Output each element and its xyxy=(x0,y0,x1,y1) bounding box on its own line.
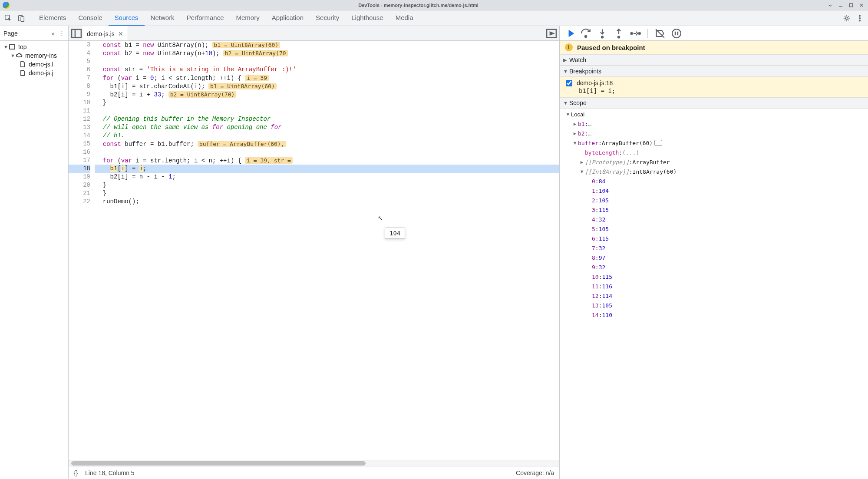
array-entry[interactable]: 2: 105 xyxy=(560,195,868,205)
navigator-sidebar: Page » ⋮ ▼ top ▼ memory-ins demo-js.l de… xyxy=(0,26,69,479)
code-line[interactable]: b1[i] = i; xyxy=(95,165,559,173)
step-icon[interactable] xyxy=(629,27,641,40)
more-tabs-icon[interactable]: » xyxy=(51,30,55,37)
tree-frame-top[interactable]: ▼ top xyxy=(0,43,68,51)
tab-memory[interactable]: Memory xyxy=(230,10,266,26)
code-line[interactable] xyxy=(95,148,559,156)
tab-network[interactable]: Network xyxy=(145,10,181,26)
scope-var-b1[interactable]: ▶b1: … xyxy=(560,119,868,129)
tab-media[interactable]: Media xyxy=(389,10,419,26)
scope-section-header[interactable]: ▼ Scope xyxy=(560,97,868,109)
pretty-print-icon[interactable]: {} xyxy=(74,469,85,476)
code-line[interactable]: // b1. xyxy=(95,132,559,140)
tab-application[interactable]: Application xyxy=(266,10,310,26)
breakpoint-checkbox[interactable] xyxy=(566,80,572,86)
scope-prototype[interactable]: ▶[[Prototype]]: ArrayBuffer xyxy=(560,157,868,167)
scope-local[interactable]: ▼Local xyxy=(560,109,868,119)
close-tab-icon[interactable]: ✕ xyxy=(118,30,123,37)
svg-point-16 xyxy=(672,29,681,38)
close-button[interactable] xyxy=(858,1,865,9)
array-entry[interactable]: 0: 84 xyxy=(560,176,868,186)
array-entry[interactable]: 13: 105 xyxy=(560,301,868,310)
device-toggle-icon[interactable] xyxy=(15,10,28,26)
code-line[interactable]: const str = 'This is a string in the Arr… xyxy=(95,66,559,74)
resume-icon[interactable] xyxy=(563,27,575,40)
tab-security[interactable]: Security xyxy=(310,10,345,26)
tree-file[interactable]: demo-js.l xyxy=(0,60,68,69)
array-entry[interactable]: 5: 105 xyxy=(560,224,868,234)
pause-on-exceptions-icon[interactable] xyxy=(670,27,683,40)
array-entry[interactable]: 4: 32 xyxy=(560,215,868,224)
breakpoints-section-header[interactable]: ▼ Breakpoints xyxy=(560,66,868,77)
section-label: Watch xyxy=(569,56,586,63)
kebab-menu-icon[interactable] xyxy=(853,10,866,26)
deactivate-breakpoints-icon[interactable] xyxy=(654,27,666,40)
scope-bytelength[interactable]: byteLength: (...) xyxy=(560,148,868,157)
code-line[interactable]: for (var i = 0; i < str.length; ++i) {i … xyxy=(95,74,559,82)
breakpoint-item[interactable]: demo-js.js:18 b1[i] = i; xyxy=(560,77,868,97)
code-line[interactable] xyxy=(95,57,559,66)
page-tab-label[interactable]: Page xyxy=(3,30,18,37)
code-line[interactable]: b2[i] = n - i - 1; xyxy=(95,173,559,181)
navigator-header: Page » ⋮ xyxy=(0,26,68,41)
code-line[interactable]: } xyxy=(95,189,559,198)
code-line[interactable]: runDemo(); xyxy=(95,198,559,206)
code-line[interactable]: const buffer = b1.buffer;buffer = ArrayB… xyxy=(95,140,559,148)
array-entry[interactable]: 7: 32 xyxy=(560,243,868,253)
memory-inspector-icon[interactable] xyxy=(654,140,662,146)
array-entry[interactable]: 11: 116 xyxy=(560,281,868,291)
horizontal-scrollbar[interactable] xyxy=(69,460,559,466)
tab-performance[interactable]: Performance xyxy=(181,10,230,26)
watch-section-header[interactable]: ▶ Watch xyxy=(560,54,868,66)
code-editor[interactable]: 345678910111213141516171819202122 const … xyxy=(69,41,559,460)
array-entry[interactable]: 14: 110 xyxy=(560,310,868,320)
code-line[interactable]: for (var i = str.length; i < n; ++i) {i … xyxy=(95,156,559,165)
code-line[interactable]: const b1 = new Uint8Array(n);b1 = Uint8A… xyxy=(95,41,559,49)
window-menu-icon[interactable] xyxy=(826,1,834,9)
code-line[interactable]: const b2 = new Uint8Array(n+10);b2 = Uin… xyxy=(95,49,559,57)
array-entry[interactable]: 10: 115 xyxy=(560,272,868,281)
editor-tabbar: demo-js.js ✕ xyxy=(69,26,559,41)
code-line[interactable]: b1[i] = str.charCodeAt(i);b1 = Uint8Arra… xyxy=(95,82,559,90)
tab-lighthouse[interactable]: Lighthouse xyxy=(345,10,389,26)
tab-sources[interactable]: Sources xyxy=(109,10,145,26)
navigator-menu-icon[interactable]: ⋮ xyxy=(59,30,65,36)
svg-point-6 xyxy=(859,17,861,19)
step-into-icon[interactable] xyxy=(596,27,608,40)
array-entry[interactable]: 1: 104 xyxy=(560,186,868,195)
array-entry[interactable]: 3: 115 xyxy=(560,205,868,215)
toggle-navigator-icon[interactable] xyxy=(70,27,83,40)
file-tab[interactable]: demo-js.js ✕ xyxy=(83,26,128,40)
array-entry[interactable]: 12: 114 xyxy=(560,291,868,301)
maximize-button[interactable] xyxy=(847,1,855,9)
settings-icon[interactable] xyxy=(840,10,853,26)
tab-elements[interactable]: Elements xyxy=(33,10,73,26)
run-snippet-icon[interactable] xyxy=(545,27,558,40)
scope-var-b2[interactable]: ▶b2: … xyxy=(560,129,868,138)
code-line[interactable] xyxy=(95,107,559,115)
expand-icon: ▼ xyxy=(10,53,16,58)
expand-icon: ▼ xyxy=(563,69,569,74)
array-entry[interactable]: 8: 97 xyxy=(560,253,868,262)
breakpoint-code: b1[i] = i; xyxy=(566,87,864,94)
tree-domain[interactable]: ▼ memory-ins xyxy=(0,51,68,60)
step-over-icon[interactable] xyxy=(580,27,592,40)
window-title: DevTools - memory-inspector.glitch.me/de… xyxy=(13,3,824,8)
code-line[interactable]: // will open the same view as for openin… xyxy=(95,123,559,132)
tab-console[interactable]: Console xyxy=(73,10,109,26)
svg-point-4 xyxy=(845,17,848,19)
array-entry[interactable]: 6: 115 xyxy=(560,234,868,243)
inspect-element-icon[interactable] xyxy=(2,10,15,26)
tree-file[interactable]: demo-js.j xyxy=(0,69,68,77)
array-entry[interactable]: 9: 32 xyxy=(560,262,868,272)
code-line[interactable]: // Opening this buffer in the Memory Ins… xyxy=(95,115,559,123)
step-out-icon[interactable] xyxy=(613,27,625,40)
scope-int8array[interactable]: ▼[[Int8Array]]: Int8Array(60) xyxy=(560,167,868,176)
section-label: Scope xyxy=(569,99,587,106)
code-line[interactable]: } xyxy=(95,99,559,107)
file-tab-label: demo-js.js xyxy=(87,30,115,37)
code-line[interactable]: } xyxy=(95,181,559,189)
minimize-button[interactable] xyxy=(837,1,845,9)
scope-var-buffer[interactable]: ▼buffer: ArrayBuffer(60) xyxy=(560,138,868,148)
code-line[interactable]: b2[i] = i + 33;b2 = Uint8Array(70) xyxy=(95,90,559,99)
